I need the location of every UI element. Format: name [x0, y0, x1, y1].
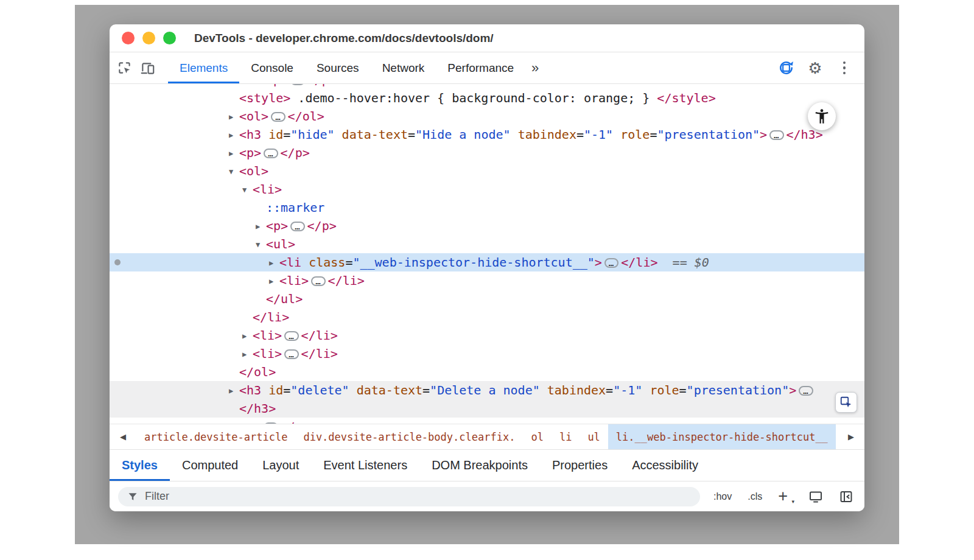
more-panels-button[interactable]: » [531, 60, 540, 76]
breadcrumb-item[interactable]: div.devsite-article-body.clearfix. [295, 424, 523, 449]
element-classes-button[interactable]: .cls [748, 491, 762, 502]
expand-arrow-icon[interactable]: ▼ [229, 163, 239, 181]
inline-expand-button[interactable]: … [271, 112, 285, 122]
expand-arrow-icon[interactable]: ▶ [269, 254, 279, 272]
tab-elements[interactable]: Elements [168, 52, 239, 83]
rendering-emulation-icon[interactable] [808, 489, 823, 504]
dom-tree-row[interactable]: ▶<li class="__web-inspector-hide-shortcu… [110, 253, 864, 271]
code-token: > [595, 255, 602, 270]
expand-arrow-icon[interactable]: ▶ [229, 418, 239, 424]
panel-tabs: ElementsConsoleSourcesNetworkPerformance [168, 52, 525, 83]
dom-tree-row[interactable]: ▶<ol>…</ol> [110, 107, 864, 125]
styles-filter-input[interactable] [118, 487, 700, 506]
settings-button[interactable]: ⚙ [804, 56, 827, 80]
code-token: > [760, 127, 767, 142]
dom-tree-row[interactable]: ▶<p>…</p> [110, 217, 864, 235]
expand-arrow-icon[interactable]: ▼ [256, 236, 266, 254]
expand-arrow-icon[interactable]: ▶ [229, 126, 239, 144]
inline-expand-button[interactable]: … [311, 276, 325, 286]
inline-expand-button[interactable]: … [799, 386, 813, 396]
code-token [261, 383, 268, 397]
expand-arrow-icon[interactable]: ▼ [242, 181, 253, 199]
dom-tree-row[interactable]: ▼<li> [110, 180, 864, 198]
expand-arrow-icon[interactable]: ▶ [229, 144, 239, 163]
styles-tab-layout[interactable]: Layout [250, 450, 311, 481]
dom-tree-row[interactable]: ▶<p>…</p> [110, 84, 864, 89]
styles-tab-dom-breakpoints[interactable]: DOM Breakpoints [419, 450, 540, 481]
minimize-window-button[interactable] [142, 32, 155, 44]
inspect-cursor-overlay-button[interactable] [835, 392, 857, 413]
code-token: </ol> [239, 365, 276, 379]
inline-expand-button[interactable]: … [604, 258, 618, 268]
expand-arrow-icon[interactable]: ▶ [229, 108, 239, 126]
toggle-element-state-button[interactable]: :hov [713, 491, 732, 502]
dom-tree-row[interactable]: ▶<h3 id="hide" data-text="Hide a node" t… [110, 125, 864, 144]
expand-arrow-icon[interactable]: ▶ [229, 382, 239, 400]
styles-tab-styles[interactable]: Styles [110, 450, 170, 481]
inline-expand-button[interactable]: … [290, 222, 304, 231]
dom-tree-row[interactable]: ▶<li>…</li> [110, 271, 864, 290]
dom-tree-row[interactable]: ▶<li>…</li> [110, 326, 864, 345]
dom-tree-row[interactable]: <style> .demo--hover:hover { background-… [110, 89, 864, 107]
dom-tree-row[interactable]: ▶<p>…</p> [110, 144, 864, 162]
inspect-element-button[interactable] [113, 56, 136, 80]
code-token: id [268, 127, 283, 142]
dom-tree-row[interactable]: ▶<li>…</li> [110, 345, 864, 363]
kebab-menu-button[interactable] [833, 56, 856, 80]
blue-circular-arrow-icon [778, 60, 794, 76]
code-token: <ol> [239, 164, 268, 178]
accessibility-overlay-button[interactable] [808, 102, 836, 130]
breadcrumb-item[interactable]: ol [523, 424, 551, 449]
code-token: .demo--hover:hover { background-color: o… [290, 91, 657, 105]
toggle-sidebar-icon[interactable] [839, 489, 853, 504]
dom-tree-row[interactable]: </ol> [110, 363, 864, 381]
expand-arrow-icon[interactable]: ▶ [242, 327, 253, 345]
tab-console[interactable]: Console [239, 52, 305, 83]
dom-tree-row[interactable]: ▶<h3 id="delete" data-text="Delete a nod… [110, 381, 864, 399]
tab-sources[interactable]: Sources [305, 52, 371, 83]
device-toolbar-button[interactable] [136, 56, 159, 80]
inline-expand-button[interactable]: … [284, 331, 298, 341]
expand-arrow-icon[interactable]: ▶ [242, 345, 253, 363]
desktop-background: DevTools - developer.chrome.com/docs/dev… [75, 5, 899, 544]
toolbar-right-actions: ⚙ [774, 56, 856, 80]
inline-expand-button[interactable]: … [264, 149, 278, 158]
close-window-button[interactable] [122, 32, 135, 44]
dom-tree-row[interactable]: ▶<p>…</p> [110, 418, 864, 424]
breadcrumb-scroll-right-button[interactable]: ▶ [838, 424, 864, 449]
code-token: role [650, 383, 679, 397]
inline-expand-button[interactable]: … [290, 84, 304, 85]
code-token: </h3> [239, 401, 276, 416]
breadcrumb-item[interactable]: article.devsite-article [136, 424, 295, 449]
code-token: <p> [266, 219, 288, 233]
dom-tree-row[interactable]: ▼<ul> [110, 235, 864, 253]
expand-arrow-icon[interactable]: ▶ [256, 217, 266, 236]
sync-feature-button[interactable] [774, 56, 797, 80]
breadcrumb-item[interactable]: li.__web-inspector-hide-shortcut__ [608, 424, 836, 449]
tab-network[interactable]: Network [371, 52, 436, 83]
expand-arrow-icon[interactable]: ▶ [269, 272, 279, 290]
styles-tab-computed[interactable]: Computed [170, 450, 250, 481]
breadcrumb-scroll-left-button[interactable]: ◀ [110, 424, 136, 449]
dom-tree-row[interactable]: </h3> [110, 399, 864, 418]
new-style-rule-button[interactable]: +▾ [778, 488, 793, 505]
breadcrumb-bar: ◀ article.devsite-articlediv.devsite-art… [110, 424, 864, 449]
styles-tab-properties[interactable]: Properties [540, 450, 620, 481]
inline-expand-button[interactable]: … [769, 130, 783, 140]
code-token: <li> [279, 273, 309, 288]
breadcrumb-item[interactable]: ul [580, 424, 608, 449]
zoom-window-button[interactable] [163, 32, 176, 44]
styles-tab-accessibility[interactable]: Accessibility [620, 450, 710, 481]
styles-tab-event-listeners[interactable]: Event Listeners [311, 450, 419, 481]
accessibility-person-icon [813, 108, 830, 125]
code-token: <h3 [239, 127, 261, 142]
tab-performance[interactable]: Performance [436, 52, 525, 83]
dom-tree-row[interactable]: ::marker [110, 198, 864, 217]
inline-expand-button[interactable]: … [264, 422, 278, 424]
dom-tree-row[interactable]: </ul> [110, 290, 864, 308]
inline-expand-button[interactable]: … [284, 349, 298, 359]
code-token [301, 255, 309, 270]
dom-tree-row[interactable]: </li> [110, 308, 864, 326]
dom-tree-row[interactable]: ▼<ol> [110, 162, 864, 180]
breadcrumb-item[interactable]: li [552, 424, 580, 449]
